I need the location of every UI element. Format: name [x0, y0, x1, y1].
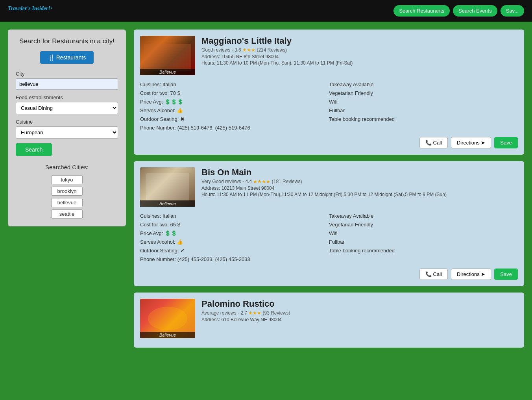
- details-grid: Cuisines: Italian Takeaway Available Cos…: [140, 81, 518, 131]
- save-restaurant-button[interactable]: Save: [494, 137, 518, 148]
- hours-line: Hours: 11:30 AM to 11 PM (Mon-Thu),11:30…: [201, 192, 518, 197]
- left-panel: Search for Restaurants in a city! 🍴 Rest…: [8, 30, 126, 226]
- restaurant-image-container: Bellevue: [140, 36, 195, 75]
- restaurant-card-palomino: Bellevue Palomino Rustico Average review…: [134, 293, 524, 348]
- restaurant-image-container: Bellevue: [140, 299, 195, 338]
- search-button[interactable]: Search: [16, 143, 52, 156]
- cuisine-detail: Cuisines: Italian: [140, 81, 329, 88]
- restaurant-name: Palomino Rustico: [201, 299, 518, 309]
- main-container: Search for Restaurants in a city! 🍴 Rest…: [0, 22, 532, 356]
- restaurants-tab-button[interactable]: 🍴 Restaurants: [40, 51, 94, 64]
- table-booking-detail: Table booking recommended: [329, 115, 518, 123]
- searched-cities-title: Searched Cities:: [16, 164, 118, 170]
- food-label: Food establishments: [16, 94, 118, 100]
- call-button[interactable]: 📞 Call: [419, 269, 448, 280]
- hours-line: Hours: 11:30 AM to 10 PM (Mon-Thu, Sun),…: [201, 60, 518, 66]
- phone-detail: Phone Number: (425) 519-6476, (425) 519-…: [140, 124, 329, 131]
- cost-detail: Cost for two: 70 $: [140, 89, 329, 97]
- rating-line: Good reviews - 3.6 ★★★ (214 Reviews): [201, 47, 518, 53]
- directions-button[interactable]: Directions ➤: [451, 269, 491, 280]
- city-tag-brooklyn[interactable]: brooklyn: [51, 187, 83, 196]
- stars: ★★★★: [253, 179, 270, 184]
- vegetarian-detail: Vegetarian Friendly: [329, 89, 518, 97]
- rating-line: Very Good reviews - 4.4 ★★★★ (181 Review…: [201, 179, 518, 184]
- search-events-button[interactable]: Search Events: [453, 5, 497, 17]
- fullbar-detail: Fullbar: [329, 238, 518, 246]
- restaurant-card-bis: Bellevue Bis On Main Very Good reviews -…: [134, 161, 524, 286]
- city-label: City: [16, 71, 118, 77]
- restaurant-location-label: Bellevue: [140, 69, 195, 75]
- restaurant-card-maggianos: Bellevue Maggiano's Little Italy Good re…: [134, 30, 524, 155]
- table-booking-detail: Table booking recommended: [329, 247, 518, 254]
- search-restaurants-button[interactable]: Search Restaurants: [393, 5, 450, 17]
- restaurant-name: Bis On Main: [201, 167, 518, 178]
- cuisine-select[interactable]: European Italian American Asian Mexican: [16, 126, 118, 139]
- header: Traveler's Insider!° Search Restaurants …: [0, 0, 532, 22]
- call-button[interactable]: 📞 Call: [419, 137, 448, 148]
- card-top: Bellevue Bis On Main Very Good reviews -…: [140, 167, 518, 207]
- save-button[interactable]: Sav...: [501, 5, 524, 17]
- price-avg-detail: Price Avg: 💲💲: [140, 230, 329, 237]
- alcohol-detail: Serves Alcohol: 👍: [140, 107, 329, 114]
- phone-detail: Phone Number: (425) 455-2033, (425) 455-…: [140, 256, 329, 263]
- address-line: Address: 10213 Main Street 98004: [201, 185, 518, 191]
- right-panel: Bellevue Maggiano's Little Italy Good re…: [134, 30, 524, 348]
- city-tag-tokyo[interactable]: tokyo: [51, 175, 83, 184]
- fullbar-detail: Fullbar: [329, 107, 518, 114]
- price-avg-detail: Price Avg: 💲💲💲: [140, 98, 329, 106]
- food-establishments-select[interactable]: Casual Dining Fine Dining Fast Food Cafe…: [16, 102, 118, 114]
- save-restaurant-button[interactable]: Save: [494, 269, 518, 280]
- vegetarian-detail: Vegetarian Friendly: [329, 221, 518, 228]
- card-actions: 📞 Call Directions ➤ Save: [140, 269, 518, 280]
- left-panel-title: Search for Restaurants in a city!: [16, 37, 118, 45]
- card-actions: 📞 Call Directions ➤ Save: [140, 137, 518, 148]
- stars: ★★★: [242, 47, 255, 53]
- outdoor-detail: Outdoor Seating: ✖: [140, 115, 329, 123]
- wifi-detail: Wifi: [329, 98, 518, 106]
- app-title: Traveler's Insider!°: [8, 6, 52, 16]
- card-top: Bellevue Palomino Rustico Average review…: [140, 299, 518, 338]
- restaurant-name: Maggiano's Little Italy: [201, 36, 518, 46]
- card-top: Bellevue Maggiano's Little Italy Good re…: [140, 36, 518, 75]
- header-buttons: Search Restaurants Search Events Sav...: [393, 5, 524, 17]
- title-dot: °: [50, 6, 52, 11]
- card-info: Bis On Main Very Good reviews - 4.4 ★★★★…: [201, 167, 518, 207]
- title-text: Traveler's Insider!: [8, 6, 50, 11]
- city-tag-bellevue[interactable]: bellevue: [51, 198, 83, 207]
- outdoor-detail: Outdoor Seating: ✔: [140, 247, 329, 254]
- address-line: Address: 10455 NE 8th Street 98004: [201, 54, 518, 59]
- cost-detail: Cost for two: 65 $: [140, 221, 329, 228]
- wifi-detail: Wifi: [329, 230, 518, 237]
- takeaway-detail: Takeaway Available: [329, 212, 518, 220]
- card-info: Palomino Rustico Average reviews - 2.7 ★…: [201, 299, 518, 338]
- restaurant-location-label: Bellevue: [140, 200, 195, 207]
- city-input[interactable]: [16, 78, 118, 90]
- city-tags: tokyo brooklyn bellevue seattle: [16, 175, 118, 219]
- alcohol-detail: Serves Alcohol: 👍: [140, 238, 329, 246]
- restaurant-image-container: Bellevue: [140, 167, 195, 207]
- restaurant-location-label: Bellevue: [140, 332, 195, 338]
- details-grid: Cuisines: Italian Takeaway Available Cos…: [140, 212, 518, 263]
- cuisine-label: Cuisine: [16, 119, 118, 125]
- rating-line: Average reviews - 2.7 ★★★ (93 Reviews): [201, 310, 518, 316]
- city-tag-seattle[interactable]: seattle: [51, 209, 83, 219]
- stars: ★★★: [248, 310, 261, 316]
- card-info: Maggiano's Little Italy Good reviews - 3…: [201, 36, 518, 75]
- cuisine-detail: Cuisines: Italian: [140, 212, 329, 220]
- directions-button[interactable]: Directions ➤: [451, 137, 491, 148]
- address-line: Address: 610 Bellevue Way NE 98004: [201, 317, 518, 322]
- takeaway-detail: Takeaway Available: [329, 81, 518, 88]
